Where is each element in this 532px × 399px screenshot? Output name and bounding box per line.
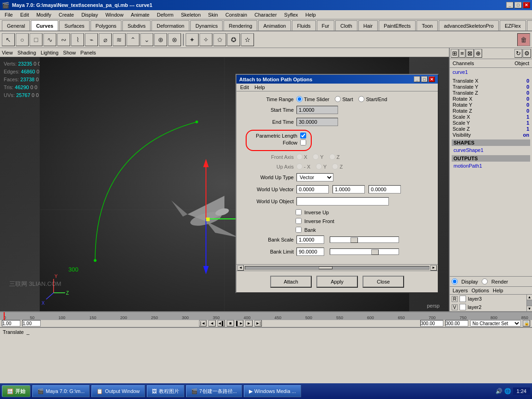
viewport-menu-view[interactable]: View bbox=[2, 50, 13, 55]
menu-file[interactable]: File bbox=[1, 11, 17, 18]
scroll-track[interactable] bbox=[245, 266, 429, 270]
viewport-menu-show[interactable]: Show bbox=[63, 50, 76, 55]
toolbar-curve5[interactable]: ⌀ bbox=[99, 33, 112, 46]
scroll-right[interactable]: ► bbox=[430, 265, 437, 271]
toolbar-curve3[interactable]: ⌇ bbox=[71, 33, 84, 46]
scroll-left[interactable]: ◄ bbox=[237, 265, 244, 271]
channels-filter-icon[interactable]: ⊕ bbox=[474, 49, 482, 58]
world-up-vec-z[interactable] bbox=[369, 185, 401, 193]
render-radio[interactable] bbox=[482, 278, 488, 284]
toolbar-circle[interactable]: ○ bbox=[16, 33, 29, 46]
toolbar-curve10[interactable]: ⊗ bbox=[168, 33, 181, 46]
tab-rendering[interactable]: Rendering bbox=[224, 20, 257, 30]
taskbar-images[interactable]: 🖼 教程图片 bbox=[147, 385, 184, 397]
menu-create[interactable]: Create bbox=[55, 11, 78, 18]
dialog-menu-edit[interactable]: Edit bbox=[240, 85, 249, 90]
layers-scroll-up[interactable]: ▲ bbox=[527, 295, 532, 300]
close-button[interactable]: ✕ bbox=[523, 2, 530, 8]
tab-custom[interactable]: Custom bbox=[527, 20, 532, 30]
curve-shape-item[interactable]: curveShape1 bbox=[452, 147, 530, 153]
layers-menu-layers[interactable]: Layers bbox=[453, 288, 468, 293]
layers-menu-help[interactable]: Help bbox=[493, 288, 503, 293]
bank-limit-slider[interactable] bbox=[330, 248, 399, 255]
current-frame-end[interactable] bbox=[22, 320, 41, 326]
inverse-up-check[interactable] bbox=[296, 209, 302, 215]
lock-button[interactable]: 🔒 bbox=[523, 320, 530, 326]
world-up-type-select[interactable]: Vector Object Normal bbox=[296, 173, 333, 181]
toolbar-curve8[interactable]: ⌄ bbox=[140, 33, 153, 46]
motion-path-item[interactable]: motionPath1 bbox=[452, 163, 530, 169]
menu-constrain[interactable]: Constrain bbox=[222, 11, 251, 18]
start-button[interactable]: 🪟 开始 bbox=[2, 385, 30, 397]
maximize-button[interactable]: □ bbox=[514, 2, 522, 8]
inverse-front-check[interactable] bbox=[296, 218, 302, 224]
close-button[interactable]: Close bbox=[363, 276, 404, 288]
toolbar-curve4[interactable]: ⌁ bbox=[85, 33, 98, 46]
layer2-name[interactable]: layer2 bbox=[468, 304, 482, 310]
time-slider-radio[interactable]: Time Slider bbox=[296, 96, 329, 102]
dialog-close[interactable]: ✕ bbox=[429, 76, 435, 82]
toolbar-tool2[interactable]: ✧ bbox=[200, 33, 212, 46]
menu-syflex[interactable]: Syflex bbox=[280, 11, 302, 18]
layer2-v[interactable]: V bbox=[452, 304, 458, 310]
menu-modify[interactable]: Modify bbox=[33, 11, 55, 18]
toolbar-tool4[interactable]: ✪ bbox=[227, 33, 240, 46]
layer3-name[interactable]: layer3 bbox=[468, 296, 482, 302]
toolbar-trash[interactable]: 🗑 bbox=[517, 33, 530, 46]
end-frame-1[interactable] bbox=[420, 320, 443, 326]
tab-curves[interactable]: Curves bbox=[31, 20, 58, 30]
bank-scale-slider[interactable] bbox=[330, 236, 399, 243]
tab-surfaces[interactable]: Surfaces bbox=[59, 20, 89, 30]
dialog-maximize[interactable]: □ bbox=[421, 76, 428, 82]
bank-scale-field[interactable] bbox=[296, 236, 324, 244]
minimize-button[interactable]: _ bbox=[506, 2, 514, 8]
toolbar-rect[interactable]: □ bbox=[30, 33, 42, 46]
menu-help[interactable]: Help bbox=[302, 11, 320, 18]
start-time-field[interactable] bbox=[296, 106, 338, 114]
channels-option-icon[interactable]: ⊠ bbox=[466, 49, 474, 58]
tab-hair[interactable]: Hair bbox=[358, 20, 378, 30]
tab-toon[interactable]: Toon bbox=[417, 20, 438, 30]
next-frame-button[interactable]: ► bbox=[245, 320, 253, 326]
start-end-radio[interactable]: Start/End bbox=[358, 96, 387, 102]
world-up-object-field[interactable] bbox=[296, 197, 389, 206]
stop-button[interactable]: ■ bbox=[227, 320, 234, 326]
menu-display[interactable]: Display bbox=[78, 11, 102, 18]
viewport-menu-lighting[interactable]: Lighting bbox=[41, 50, 59, 55]
toolbar-tool1[interactable]: ✦ bbox=[186, 33, 199, 46]
toolbar-curve6[interactable]: ≋ bbox=[113, 33, 126, 46]
channels-list-icon[interactable]: ≡ bbox=[459, 49, 466, 58]
prev-frame-button[interactable]: ◄ bbox=[208, 320, 216, 326]
go-end-button[interactable]: ►| bbox=[254, 320, 262, 326]
taskbar-media[interactable]: ▶ Windows Media ... bbox=[244, 385, 301, 397]
toolbar-tool5[interactable]: ✫ bbox=[241, 33, 254, 46]
menu-animate[interactable]: Animate bbox=[127, 11, 153, 18]
follow-check[interactable] bbox=[300, 139, 306, 145]
menu-skin[interactable]: Skin bbox=[205, 11, 222, 18]
tab-advanced[interactable]: advancedSkeletonPro bbox=[439, 20, 499, 30]
current-frame-start[interactable] bbox=[2, 320, 20, 326]
layer3-r[interactable]: R bbox=[452, 296, 458, 302]
toolbar-curve2[interactable]: ∾ bbox=[57, 33, 70, 46]
play-button[interactable]: ▌► bbox=[236, 320, 243, 326]
time-slider-input[interactable] bbox=[296, 96, 302, 102]
tab-general[interactable]: General bbox=[2, 20, 30, 30]
taskbar-path[interactable]: 🎬 7创建一条路径... bbox=[186, 385, 242, 397]
menu-window[interactable]: Window bbox=[102, 11, 127, 18]
start-input[interactable] bbox=[335, 96, 341, 102]
toolbar-curve7[interactable]: ⌃ bbox=[127, 33, 139, 46]
world-up-vec-y[interactable] bbox=[332, 185, 365, 193]
tab-deformation[interactable]: Deformation bbox=[151, 20, 189, 30]
bank-check[interactable] bbox=[296, 227, 302, 233]
play-back-button[interactable]: ◄▌ bbox=[218, 320, 225, 326]
tab-animation[interactable]: Animation bbox=[258, 20, 291, 30]
end-time-field[interactable] bbox=[296, 118, 338, 126]
channels-refresh-icon[interactable]: ↻ bbox=[514, 49, 522, 58]
taskbar-maya[interactable]: 🎬 Maya 7.0: G:\m... bbox=[32, 385, 90, 397]
display-radio[interactable] bbox=[452, 278, 458, 284]
channels-settings-icon[interactable]: ⚙ bbox=[523, 49, 531, 58]
dialog-minimize[interactable]: _ bbox=[414, 76, 420, 82]
curve-name[interactable]: curve1 bbox=[450, 68, 532, 76]
tab-subdivs[interactable]: Subdivs bbox=[122, 20, 151, 30]
menu-skeleton[interactable]: Skeleton bbox=[177, 11, 205, 18]
